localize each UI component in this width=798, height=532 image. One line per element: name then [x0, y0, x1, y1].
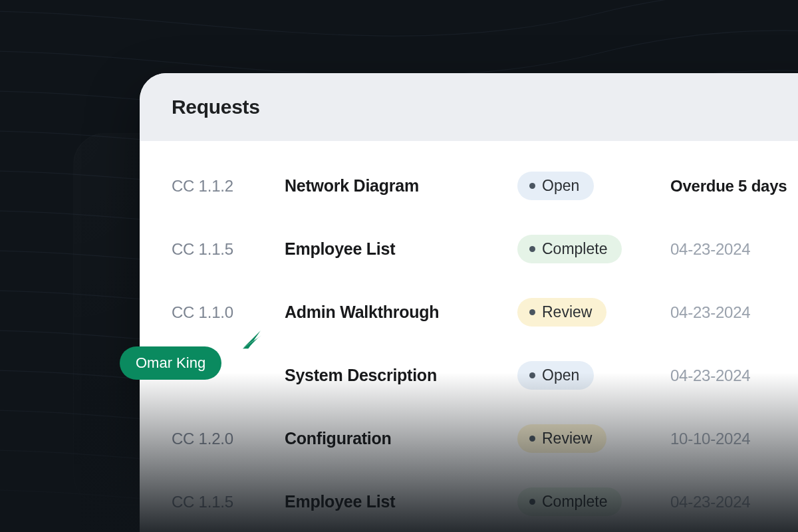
- table-row[interactable]: System DescriptionOpen04-23-2024: [140, 344, 798, 407]
- status-badge: Complete: [517, 487, 622, 516]
- request-code: CC 1.1.5: [172, 240, 278, 259]
- status-badge: Review: [517, 424, 606, 453]
- status-badge: Review: [517, 298, 606, 327]
- status-dot-icon: [529, 246, 535, 252]
- status-label: Review: [542, 430, 592, 448]
- requests-list: CC 1.1.2Network DiagramOpenOverdue 5 day…: [140, 141, 798, 532]
- status-dot-icon: [529, 183, 535, 189]
- request-title: Network Diagram: [285, 176, 511, 196]
- status-label: Review: [542, 303, 592, 321]
- status-badge: Open: [517, 172, 594, 200]
- table-row[interactable]: CC 1.1.5Employee ListComplete04-23-2024: [140, 217, 798, 281]
- cursor-arrow-icon: [241, 328, 263, 350]
- table-row[interactable]: CC 1.2.0ConfigurationReview10-10-2024: [140, 407, 798, 470]
- status-label: Complete: [542, 240, 607, 258]
- card-header: Requests: [140, 73, 798, 141]
- requests-card: Requests CC 1.1.2Network DiagramOpenOver…: [140, 73, 798, 532]
- collaborator-name-badge: Omar King: [120, 346, 221, 380]
- status-badge: Open: [517, 361, 594, 390]
- status-dot-icon: [529, 309, 535, 315]
- status-badge: Complete: [517, 235, 622, 263]
- status-dot-icon: [529, 372, 535, 378]
- date-label: 10-10-2024: [670, 430, 798, 448]
- status-dot-icon: [529, 436, 535, 442]
- status-label: Open: [542, 366, 579, 384]
- request-title: Employee List: [285, 239, 511, 259]
- request-title: System Description: [285, 366, 511, 385]
- request-code: CC 1.1.0: [172, 303, 278, 322]
- status-dot-icon: [529, 499, 535, 505]
- request-title: Configuration: [285, 429, 511, 448]
- status-label: Complete: [542, 493, 607, 511]
- table-row[interactable]: CC 1.1.5Employee ListComplete04-23-2024: [140, 470, 798, 532]
- page-title: Requests: [172, 96, 798, 118]
- request-title: Admin Walkthrough: [285, 303, 511, 322]
- table-row[interactable]: CC 1.1.0Admin WalkthroughReview04-23-202…: [140, 281, 798, 344]
- status-label: Open: [542, 177, 579, 195]
- request-title: Employee List: [285, 492, 511, 511]
- overdue-label: Overdue 5 days: [670, 177, 798, 196]
- request-code: CC 1.1.2: [172, 177, 278, 196]
- table-row[interactable]: CC 1.1.2Network DiagramOpenOverdue 5 day…: [140, 154, 798, 217]
- date-label: 04-23-2024: [670, 240, 798, 259]
- date-label: 04-23-2024: [670, 493, 798, 511]
- date-label: 04-23-2024: [670, 303, 798, 322]
- request-code: CC 1.1.5: [172, 493, 278, 511]
- request-code: CC 1.2.0: [172, 430, 278, 448]
- collaborator-cursor: Omar King: [120, 328, 221, 380]
- date-label: 04-23-2024: [670, 366, 798, 385]
